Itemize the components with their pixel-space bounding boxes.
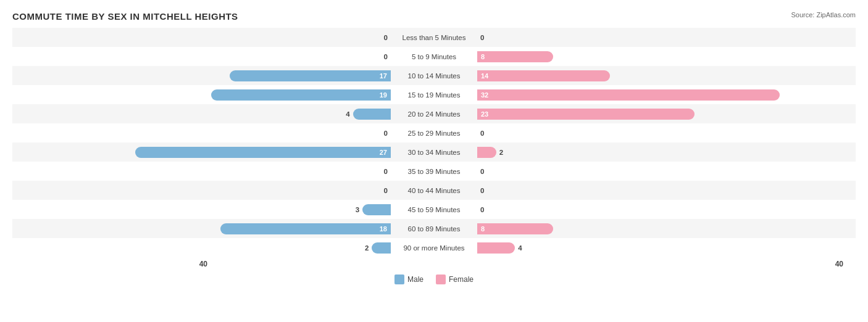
row-label: 15 to 19 Minutes xyxy=(391,91,477,99)
male-value-label: 27 xyxy=(376,149,391,156)
left-bar-section: 0 xyxy=(12,187,391,194)
chart-row: 035 to 39 Minutes0 xyxy=(12,162,856,181)
axis-right-val: 40 xyxy=(835,260,843,268)
male-value-label: 4 xyxy=(346,110,353,118)
left-bar-section: 0 xyxy=(12,34,391,41)
axis-row: 40 40 xyxy=(12,257,856,271)
row-label: 60 to 89 Minutes xyxy=(391,225,477,233)
chart-row: 025 to 29 Minutes0 xyxy=(12,123,856,142)
left-bar-section: 0 xyxy=(12,168,391,175)
female-value-label: 14 xyxy=(477,72,492,80)
legend-female: Female xyxy=(436,275,474,284)
male-value-label: 18 xyxy=(376,225,391,233)
right-bar-section: 4 xyxy=(477,242,856,254)
female-bar: 23 xyxy=(477,109,695,120)
chart-row: 1710 to 14 Minutes14 xyxy=(12,66,856,85)
left-bar-section: 3 xyxy=(12,204,391,215)
female-value-label: 0 xyxy=(477,206,484,213)
male-value-label: 0 xyxy=(384,53,391,60)
right-bar-section: 14 xyxy=(477,70,856,81)
axis-left: 40 xyxy=(12,260,210,268)
chart-row: 2730 to 34 Minutes2 xyxy=(12,142,856,162)
row-label: Less than 5 Minutes xyxy=(391,34,477,41)
left-bar-section: 19 xyxy=(12,89,391,101)
source-label: Source: ZipAtlas.com xyxy=(791,11,856,19)
chart-row: 290 or more Minutes4 xyxy=(12,238,856,257)
female-bar: 8 xyxy=(477,223,553,234)
female-value-label: 8 xyxy=(477,53,488,60)
chart-row: 1860 to 89 Minutes8 xyxy=(12,219,856,238)
male-bar: 27 xyxy=(135,147,391,158)
chart-row: 040 to 44 Minutes0 xyxy=(12,181,856,200)
male-bar xyxy=(353,109,391,120)
right-bar-section: 0 xyxy=(477,206,856,213)
male-value-label: 0 xyxy=(384,187,391,194)
left-bar-section: 17 xyxy=(12,70,391,81)
row-label: 35 to 39 Minutes xyxy=(391,168,477,175)
row-label: 10 to 14 Minutes xyxy=(391,72,477,80)
chart-row: 0Less than 5 Minutes0 xyxy=(12,28,856,47)
female-value-label: 0 xyxy=(477,168,484,175)
male-bar: 19 xyxy=(211,89,391,101)
left-bar-section: 0 xyxy=(12,53,391,60)
right-bar-section: 2 xyxy=(477,147,856,158)
legend-male: Male xyxy=(394,275,424,284)
chart-row: 1915 to 19 Minutes32 xyxy=(12,85,856,104)
female-value-label: 8 xyxy=(477,225,488,233)
male-value-label: 2 xyxy=(365,244,372,252)
chart-row: 420 to 24 Minutes23 xyxy=(12,104,856,123)
row-label: 5 to 9 Minutes xyxy=(391,53,477,60)
row-label: 20 to 24 Minutes xyxy=(391,110,477,118)
row-label: 25 to 29 Minutes xyxy=(391,130,477,137)
legend-female-box xyxy=(436,275,446,284)
female-value-label: 23 xyxy=(477,110,492,118)
row-label: 45 to 59 Minutes xyxy=(391,206,477,213)
axis-left-val: 40 xyxy=(199,260,207,268)
female-bar: 32 xyxy=(477,89,780,101)
right-bar-section: 0 xyxy=(477,130,856,137)
right-bar-section: 32 xyxy=(477,89,856,101)
right-bar-section: 23 xyxy=(477,109,856,120)
female-bar xyxy=(477,147,496,158)
female-value-label: 0 xyxy=(477,187,484,194)
legend: Male Female xyxy=(12,275,856,284)
chart-row: 05 to 9 Minutes8 xyxy=(12,47,856,66)
female-bar: 8 xyxy=(477,51,553,62)
left-bar-section: 0 xyxy=(12,130,391,137)
left-bar-section: 2 xyxy=(12,242,391,254)
female-value-label: 2 xyxy=(496,149,503,156)
male-value-label: 19 xyxy=(376,91,391,99)
chart-container: COMMUTE TIME BY SEX IN MITCHELL HEIGHTS … xyxy=(0,0,868,322)
female-value-label: 0 xyxy=(477,130,484,137)
right-bar-section: 0 xyxy=(477,34,856,41)
male-bar: 17 xyxy=(230,70,391,81)
female-value-label: 4 xyxy=(515,244,522,252)
axis-right: 40 xyxy=(296,260,856,268)
male-bar: 18 xyxy=(220,223,391,234)
right-bar-section: 8 xyxy=(477,223,856,234)
male-value-label: 0 xyxy=(384,130,391,137)
right-bar-section: 8 xyxy=(477,51,856,62)
row-label: 90 or more Minutes xyxy=(391,244,477,252)
male-value-label: 0 xyxy=(384,168,391,175)
chart-row: 345 to 59 Minutes0 xyxy=(12,200,856,219)
chart-body: 0Less than 5 Minutes005 to 9 Minutes8171… xyxy=(12,28,856,257)
left-bar-section: 18 xyxy=(12,223,391,234)
male-value-label: 17 xyxy=(376,72,391,80)
legend-male-box xyxy=(394,275,404,284)
chart-title: COMMUTE TIME BY SEX IN MITCHELL HEIGHTS xyxy=(12,11,856,22)
female-value-label: 0 xyxy=(477,34,484,41)
row-label: 30 to 34 Minutes xyxy=(391,149,477,156)
male-bar xyxy=(362,204,391,215)
row-label: 40 to 44 Minutes xyxy=(391,187,477,194)
right-bar-section: 0 xyxy=(477,187,856,194)
left-bar-section: 27 xyxy=(12,147,391,158)
male-value-label: 3 xyxy=(356,206,362,213)
female-bar: 14 xyxy=(477,70,610,81)
female-value-label: 32 xyxy=(477,91,492,99)
legend-male-label: Male xyxy=(407,275,424,284)
left-bar-section: 4 xyxy=(12,109,391,120)
legend-female-label: Female xyxy=(449,275,474,284)
male-value-label: 0 xyxy=(384,34,391,41)
female-bar xyxy=(477,242,515,254)
